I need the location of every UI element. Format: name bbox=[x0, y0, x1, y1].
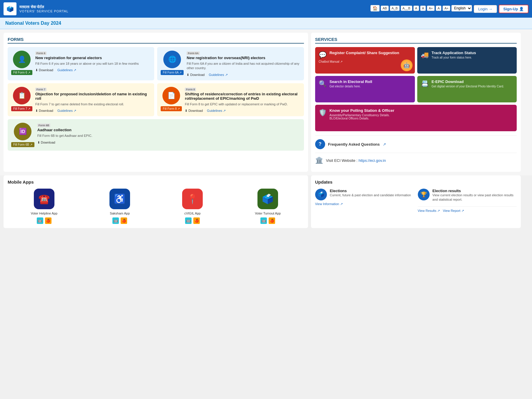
voter-turnout-android-badge[interactable]: 🤖 bbox=[260, 217, 267, 224]
view-report-link[interactable]: View Report ↗ bbox=[443, 209, 464, 213]
service-card-search[interactable]: 🔍 Search in Electoral Roll Get elector d… bbox=[315, 76, 415, 102]
fill-form6-button[interactable]: Fill Form 6 ↗ bbox=[11, 70, 32, 75]
chatbot-avatar: 🤖 bbox=[401, 59, 413, 71]
voter-helpline-icon: ☎️ bbox=[34, 189, 54, 209]
form6b-icon-wrap: 🆔 Fill Form 6B ↗ bbox=[11, 123, 34, 147]
polling-title: Know your Polling Station & Officer bbox=[330, 108, 394, 113]
cvigil-name: cVIGIL App bbox=[184, 212, 200, 215]
font-a-button[interactable]: A bbox=[413, 6, 419, 11]
signup-button[interactable]: Sign-Up 👤 bbox=[499, 5, 528, 13]
forms-title: FORMS bbox=[8, 37, 304, 44]
form6b-download-link[interactable]: ⬇ Download bbox=[37, 141, 55, 144]
form8-download-link[interactable]: ⬇ Download bbox=[185, 109, 203, 113]
form6-guidelines-link[interactable]: Guidelines ↗ bbox=[57, 68, 76, 72]
form-card-6b: 🆔 Fill Form 6B ↗ Form 6B Aadhaar collect… bbox=[8, 119, 304, 151]
form6a-download-link[interactable]: ⬇ Download bbox=[187, 73, 205, 77]
saksham-android-badge[interactable]: 🤖 bbox=[112, 217, 119, 224]
font-a--b-button[interactable]: A__B bbox=[401, 6, 412, 11]
complaint-icon: 💬 bbox=[319, 51, 327, 59]
polling-desc1: Assembly/Parliamentary Constituency Deta… bbox=[330, 114, 394, 117]
top-right: 🏠 AB A_B A__B A A A+ A A+ English हिन्दी… bbox=[370, 5, 528, 13]
cvigil-app[interactable]: 📍 cVIGIL App 🤖 🍎 bbox=[182, 189, 203, 224]
top-bar: 🗳️ मतदाता सेवा पोर्टल VOTERS' SERVICE PO… bbox=[0, 0, 532, 18]
eci-text: Visit ECI Website : https://eci.gov.in bbox=[326, 158, 386, 163]
eci-link[interactable]: https://eci.gov.in bbox=[359, 158, 386, 163]
font-aplus-button[interactable]: A+ bbox=[427, 6, 435, 11]
elections-desc: Current, future & past election and cand… bbox=[330, 193, 411, 197]
top-right-row1: 🏠 AB A_B A__B A A A+ A A+ English हिन्दी bbox=[370, 5, 472, 11]
saksham-apple-badge[interactable]: 🍎 bbox=[121, 217, 127, 224]
font-aplus2-button[interactable]: A+ bbox=[443, 6, 450, 11]
epic-title: E-EPIC Download bbox=[432, 79, 504, 84]
cvigil-icon: 📍 bbox=[182, 189, 203, 209]
updates-title: Updates bbox=[315, 179, 517, 184]
service-card-polling[interactable]: 🛡️ Know your Polling Station & Officer A… bbox=[315, 105, 517, 131]
form6a-content: Form 6A New registration for overseas(NR… bbox=[187, 51, 300, 77]
chatbot-manual[interactable]: Chatbot Manual ↗ bbox=[319, 60, 411, 63]
fill-form8-button[interactable]: Fill Form 8 ↗ bbox=[161, 106, 182, 111]
mobile-apps-title: Mobile Apps bbox=[8, 179, 304, 184]
form6a-icon: 🌐 bbox=[163, 51, 181, 68]
form6-label: Form 6 bbox=[35, 51, 46, 55]
service-card-track[interactable]: 🚚 Track Application Status Track all you… bbox=[417, 47, 517, 74]
logo-area: 🗳️ मतदाता सेवा पोर्टल VOTERS' SERVICE PO… bbox=[4, 2, 69, 15]
form8-title: Shifting of residence/correction of entr… bbox=[185, 92, 300, 101]
epic-desc: Get digital version of your Electoral Ph… bbox=[432, 85, 504, 88]
voter-turnout-badges: 🤖 🍎 bbox=[260, 217, 275, 224]
services-section: SERVICES 💬 Register Complaint/ Share Sug… bbox=[311, 33, 521, 172]
results-icon-title: 🏆 Election results View current election… bbox=[418, 189, 517, 202]
fill-form7-button[interactable]: Fill Form 7 ↗ bbox=[11, 106, 32, 111]
form7-icon-wrap: 📋 Fill Form 7 ↗ bbox=[11, 87, 32, 113]
service-card-complaint[interactable]: 💬 Register Complaint/ Share Suggestion C… bbox=[315, 47, 415, 74]
polling-icon: 🛡️ bbox=[319, 109, 327, 117]
form8-label: Form 8 bbox=[185, 88, 196, 91]
voter-turnout-app[interactable]: 🗳️ Voter Turnout App 🤖 🍎 bbox=[255, 189, 281, 224]
track-text: Track Application Status Track all your … bbox=[432, 51, 476, 59]
form6-download-link[interactable]: ⬇ Download bbox=[35, 68, 53, 72]
saksham-app[interactable]: ♿ Saksham App 🤖 🍎 bbox=[109, 189, 130, 224]
voter-helpline-apple-badge[interactable]: 🍎 bbox=[45, 217, 51, 224]
voter-helpline-badges: 🤖 🍎 bbox=[37, 217, 51, 224]
service-card-epic[interactable]: 📇 E-EPIC Download Get digital version of… bbox=[417, 76, 517, 102]
font-a-b-button[interactable]: A_B bbox=[390, 6, 400, 11]
form8-links: ⬇ Download Guidelines ↗ bbox=[185, 109, 300, 113]
form-card-6: 👤 Fill Form 6 ↗ Form 6 New registration … bbox=[8, 47, 154, 80]
apps-grid: ☎️ Voter Helpline App 🤖 🍎 ♿ Saksham App … bbox=[8, 189, 304, 224]
form-card-6a: 🌐 Fill Form 6A ↗ Form 6A New registratio… bbox=[157, 47, 304, 80]
cvigil-android-badge[interactable]: 🤖 bbox=[185, 217, 192, 224]
home-button[interactable]: 🏠 bbox=[370, 5, 380, 11]
voter-turnout-apple-badge[interactable]: 🍎 bbox=[269, 217, 275, 224]
form6b-desc: Fill Form 6B to get Aadhaar and EPIC. bbox=[37, 134, 92, 138]
faq-row[interactable]: ? Frequently Asked Questions ↗ bbox=[315, 135, 517, 153]
language-selector[interactable]: English हिन्दी bbox=[451, 5, 472, 11]
form7-download-link[interactable]: ⬇ Download bbox=[35, 109, 53, 113]
form6b-title: Aadhaar collection bbox=[37, 128, 92, 132]
saksham-name: Saksham App bbox=[110, 212, 130, 215]
font-a2-button[interactable]: A bbox=[420, 6, 426, 11]
form6-content: Form 6 New registration for general elec… bbox=[35, 51, 139, 75]
form6b-links: ⬇ Download bbox=[37, 141, 92, 144]
results-links: View Results ↗ View Report ↗ bbox=[418, 206, 517, 213]
fill-form6a-button[interactable]: Fill Form 6A ↗ bbox=[161, 70, 184, 75]
polling-text: Know your Polling Station & Officer Asse… bbox=[330, 108, 394, 120]
form6b-label: Form 6B bbox=[37, 124, 51, 127]
login-button[interactable]: Login → bbox=[474, 5, 497, 13]
view-results-link[interactable]: View Results ↗ bbox=[418, 209, 440, 213]
cvigil-apple-badge[interactable]: 🍎 bbox=[193, 217, 200, 224]
fill-form6b-button[interactable]: Fill Form 6B ↗ bbox=[11, 142, 34, 147]
faq-arrow-icon: ↗ bbox=[383, 142, 386, 147]
form8-guidelines-link[interactable]: Guidelines ↗ bbox=[207, 109, 226, 113]
font-a3-button[interactable]: A bbox=[436, 6, 441, 11]
voter-helpline-app[interactable]: ☎️ Voter Helpline App 🤖 🍎 bbox=[31, 189, 58, 224]
form7-links: ⬇ Download Guidelines ↗ bbox=[35, 109, 151, 113]
faq-text: Frequently Asked Questions bbox=[328, 142, 380, 147]
elections-icon-title: 🗳️ Elections Current, future & past elec… bbox=[315, 189, 414, 200]
form6a-guidelines-link[interactable]: Guidelines ↗ bbox=[209, 73, 227, 77]
track-title: Track Application Status bbox=[432, 51, 476, 55]
form7-guidelines-link[interactable]: Guidelines ↗ bbox=[57, 109, 76, 113]
elections-view-link[interactable]: View Information ↗ bbox=[315, 202, 414, 206]
search-icon: 🔍 bbox=[319, 80, 327, 88]
nvd-banner: National Voters Day 2024 bbox=[0, 18, 532, 29]
font-ab-button[interactable]: AB bbox=[381, 6, 389, 11]
voter-helpline-android-badge[interactable]: 🤖 bbox=[37, 217, 43, 224]
